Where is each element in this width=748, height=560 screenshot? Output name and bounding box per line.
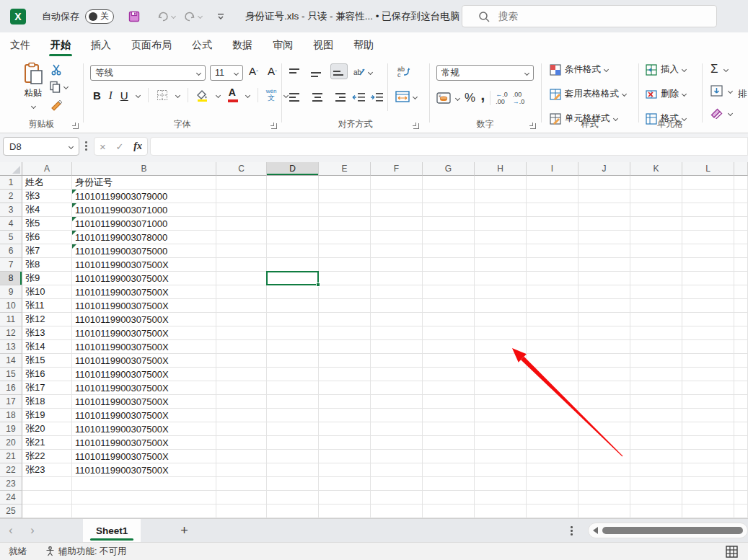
cell-E10[interactable]	[319, 299, 371, 313]
excel-logo-icon[interactable]: X	[10, 9, 26, 25]
cell-A9[interactable]: 张10	[22, 285, 72, 299]
spreadsheet-grid[interactable]: ABCDEFGHIJKL1姓名身份证号2张3110101199003079000…	[0, 162, 748, 518]
cell-F6[interactable]	[371, 244, 423, 258]
cell-A5[interactable]: 张6	[22, 231, 72, 244]
merge-center-button[interactable]	[395, 91, 417, 102]
cell-F1[interactable]	[371, 176, 423, 190]
cell-F2[interactable]	[371, 190, 423, 203]
cell-D5[interactable]	[267, 231, 319, 244]
cell-I13[interactable]	[527, 340, 578, 354]
cell-I16[interactable]	[527, 381, 578, 395]
cell-H16[interactable]	[475, 381, 527, 395]
cell-A7[interactable]: 张8	[22, 258, 72, 272]
cell-H11[interactable]	[475, 313, 527, 326]
clear-button[interactable]	[710, 108, 732, 119]
cell-C11[interactable]	[216, 313, 267, 326]
scrollbar-thumb[interactable]	[602, 527, 743, 534]
cell-D6[interactable]	[267, 244, 319, 258]
insert-cells-button[interactable]: 插入	[646, 63, 686, 76]
cell-L19[interactable]	[682, 422, 734, 436]
column-header-B[interactable]: B	[72, 162, 216, 176]
cell-H23[interactable]	[475, 477, 527, 491]
cell-L7[interactable]	[682, 258, 734, 272]
cell-H22[interactable]	[475, 463, 527, 477]
cell-E3[interactable]	[319, 203, 371, 217]
cell-B13[interactable]: 11010119900307500X	[72, 340, 216, 354]
cell-L4[interactable]	[682, 217, 734, 231]
cell-C9[interactable]	[216, 285, 267, 299]
cell-J18[interactable]	[578, 409, 630, 422]
cell-A15[interactable]: 张16	[22, 368, 72, 381]
cell-I4[interactable]	[527, 217, 578, 231]
cell-C19[interactable]	[216, 422, 267, 436]
cell-I23[interactable]	[527, 477, 578, 491]
cell-K14[interactable]	[630, 354, 682, 368]
cell-L11[interactable]	[682, 313, 734, 326]
cell-K1[interactable]	[630, 176, 682, 190]
cell-K15[interactable]	[630, 368, 682, 381]
cell-B18[interactable]: 11010119900307500X	[72, 409, 216, 422]
cell-A17[interactable]: 张18	[22, 395, 72, 409]
cell-I2[interactable]	[527, 190, 578, 203]
cell-L6[interactable]	[682, 244, 734, 258]
cell-A13[interactable]: 张14	[22, 340, 72, 354]
customize-quick-access-button[interactable]	[212, 8, 229, 25]
cell-J1[interactable]	[578, 176, 630, 190]
cell-K19[interactable]	[630, 422, 682, 436]
tab-data[interactable]: 数据	[222, 32, 263, 58]
cell-E16[interactable]	[319, 381, 371, 395]
cell-A16[interactable]: 张17	[22, 381, 72, 395]
formula-input[interactable]	[150, 137, 748, 156]
cell-C22[interactable]	[216, 463, 267, 477]
cell-D10[interactable]	[267, 299, 319, 313]
middle-align-button[interactable]	[309, 65, 326, 81]
cell-K22[interactable]	[630, 463, 682, 477]
cell-H8[interactable]	[475, 272, 527, 285]
cell-H10[interactable]	[475, 299, 527, 313]
cell-C3[interactable]	[216, 203, 267, 217]
cell-F10[interactable]	[371, 299, 423, 313]
confirm-entry-button[interactable]: ✓	[116, 141, 124, 152]
cell-G7[interactable]	[423, 258, 475, 272]
cell-G11[interactable]	[423, 313, 475, 326]
font-dialog-launcher-icon[interactable]	[271, 123, 277, 129]
redo-dropdown-icon[interactable]	[198, 14, 203, 19]
font-color-dropdown-icon[interactable]	[245, 92, 250, 97]
cell-J23[interactable]	[578, 477, 630, 491]
cell-D15[interactable]	[267, 368, 319, 381]
accessibility-status[interactable]: 辅助功能: 不可用	[45, 546, 126, 558]
cell-G21[interactable]	[423, 450, 475, 463]
cell-E12[interactable]	[319, 326, 371, 340]
cell-C12[interactable]	[216, 326, 267, 340]
cell-L15[interactable]	[682, 368, 734, 381]
cell-L1[interactable]	[682, 176, 734, 190]
copy-button[interactable]	[49, 81, 68, 93]
cell-K9[interactable]	[630, 285, 682, 299]
font-color-button[interactable]: A	[228, 89, 238, 102]
cell-J5[interactable]	[578, 231, 630, 244]
row-header-25[interactable]: 25	[0, 505, 22, 518]
cell-F8[interactable]	[371, 272, 423, 285]
cell-J6[interactable]	[578, 244, 630, 258]
cell-K25[interactable]	[630, 505, 682, 518]
cell-B1[interactable]: 身份证号	[72, 176, 216, 190]
search-input[interactable]	[498, 11, 679, 22]
cell-A11[interactable]: 张12	[22, 313, 72, 326]
row-header-21[interactable]: 21	[0, 450, 22, 463]
cell-E18[interactable]	[319, 409, 371, 422]
cell-G14[interactable]	[423, 354, 475, 368]
cell-K20[interactable]	[630, 436, 682, 450]
column-header-J[interactable]: J	[578, 162, 630, 176]
delete-cells-button[interactable]: 删除	[646, 88, 686, 100]
copy-dropdown-icon[interactable]	[63, 84, 69, 89]
redo-button[interactable]	[181, 8, 198, 25]
cell-L17[interactable]	[682, 395, 734, 409]
name-box[interactable]: D8	[3, 137, 79, 156]
cancel-entry-button[interactable]: ×	[100, 141, 106, 153]
formula-bar-grip-icon[interactable]	[85, 141, 87, 151]
wrap-text-button[interactable]: ab c	[397, 65, 411, 80]
cell-J19[interactable]	[578, 422, 630, 436]
cell-K2[interactable]	[630, 190, 682, 203]
cell-J13[interactable]	[578, 340, 630, 354]
column-header-A[interactable]: A	[22, 162, 72, 176]
